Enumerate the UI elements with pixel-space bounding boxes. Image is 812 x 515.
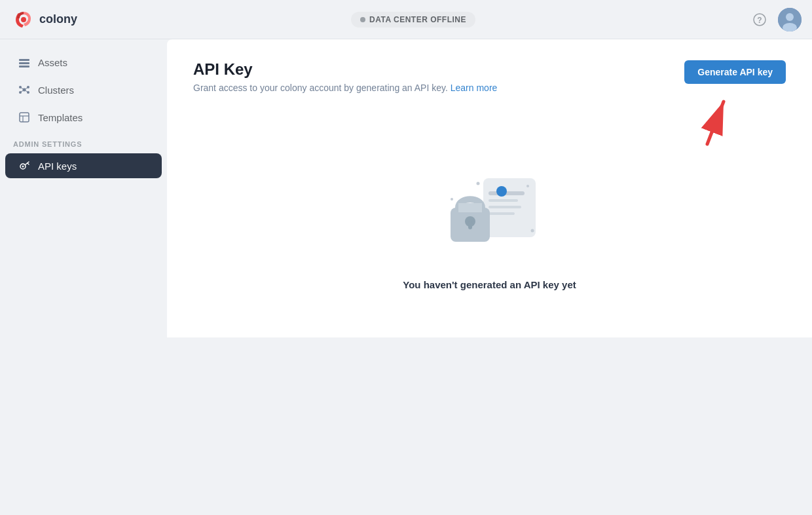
status-label: DATA CENTER OFFLINE [369,15,466,24]
svg-rect-36 [468,221,472,229]
svg-rect-30 [489,206,521,208]
status-dot [360,17,365,22]
page-header: API Key Grant access to your colony acco… [193,60,786,93]
templates-svg [18,111,30,123]
svg-point-37 [476,182,479,185]
admin-section-label: ADMIN SETTINGS [0,132,167,151]
avatar[interactable] [778,8,802,31]
svg-line-24 [28,163,29,164]
sidebar-item-api-keys[interactable]: API keys [5,153,162,178]
help-button[interactable]: ? [749,9,770,30]
svg-rect-18 [20,113,29,122]
empty-illustration-svg [431,159,549,263]
svg-text:?: ? [757,15,762,24]
page-subtitle-text: Grant access to your colony account by g… [193,83,448,93]
sidebar-item-clusters[interactable]: Clusters [5,77,162,102]
svg-point-22 [22,166,24,168]
empty-state: You haven't generated an API key yet [193,119,786,316]
learn-more-link[interactable]: Learn more [451,83,498,93]
empty-state-text: You haven't generated an API key yet [403,279,576,290]
assets-icon [18,56,30,68]
svg-point-0 [21,17,26,22]
api-keys-icon [18,160,30,172]
generate-api-key-button[interactable]: Generate API key [684,60,786,84]
page-title: API Key [193,60,497,79]
sidebar-label-clusters: Clusters [38,85,74,96]
sidebar-item-templates[interactable]: Templates [5,105,162,130]
sidebar-label-templates: Templates [38,112,83,123]
svg-point-39 [530,229,534,233]
svg-point-4 [786,13,794,21]
status-badge: DATA CENTER OFFLINE [351,12,475,28]
main-layout: Assets Clusters [0,39,812,515]
svg-rect-31 [489,212,515,215]
api-keys-svg [18,160,30,172]
logo-icon [13,9,34,30]
sidebar-item-assets[interactable]: Assets [5,50,162,75]
svg-rect-8 [19,66,29,67]
topbar-left: colony [0,9,77,30]
assets-svg [18,56,30,68]
content-wrapper: API Key Grant access to your colony acco… [167,39,812,515]
svg-rect-29 [489,199,518,202]
empty-illustration [431,159,549,263]
sidebar: Assets Clusters [0,39,167,515]
page-subtitle: Grant access to your colony account by g… [193,83,497,93]
svg-point-32 [496,186,507,197]
svg-rect-6 [19,59,29,61]
logo[interactable]: colony [13,9,77,30]
templates-icon [18,111,30,123]
svg-rect-34 [458,203,482,212]
avatar-icon [778,8,802,31]
sidebar-label-api-keys: API keys [38,161,77,172]
help-icon: ? [753,13,766,26]
clusters-icon [18,84,30,96]
svg-rect-7 [19,62,29,64]
svg-point-40 [451,198,453,200]
clusters-svg [18,84,30,96]
topbar-right: ? [749,8,802,31]
topbar: colony DATA CENTER OFFLINE ? [0,0,812,39]
topbar-center: DATA CENTER OFFLINE [77,12,749,28]
page-title-section: API Key Grant access to your colony acco… [193,60,497,93]
content: API Key Grant access to your colony acco… [167,39,812,337]
sidebar-label-assets: Assets [38,57,67,68]
logo-text: colony [39,12,77,26]
svg-point-38 [526,185,529,187]
